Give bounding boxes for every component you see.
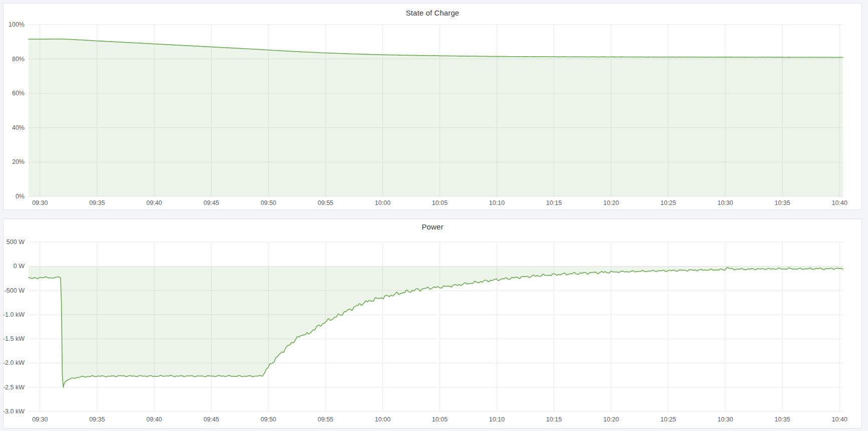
x-tick-label: 09:35 — [89, 199, 105, 206]
x-tick-label: 10:30 — [717, 416, 733, 423]
x-tick-label: 09:55 — [318, 199, 333, 206]
y-tick-label: 100% — [9, 21, 25, 28]
y-tick-label: -3.0 kW — [4, 408, 25, 415]
y-tick-label: -2.0 kW — [4, 359, 25, 366]
series-area — [29, 266, 843, 387]
x-tick-label: 09:40 — [146, 416, 162, 423]
y-tick-label: -1.5 kW — [4, 335, 25, 342]
series-area — [29, 39, 843, 196]
y-tick-label: 60% — [12, 90, 25, 97]
y-tick-label: 40% — [12, 124, 25, 131]
x-tick-label: 10:35 — [774, 416, 790, 423]
power-chart[interactable]: 500 W0 W-500 W-1.0 kW-1.5 kW-2.0 kW-2.5 … — [4, 232, 861, 429]
y-tick-label: 500 W — [7, 239, 25, 246]
y-tick-label: -2.5 kW — [4, 384, 25, 391]
x-tick-label: 10:25 — [660, 199, 676, 206]
y-tick-label: 0% — [16, 193, 25, 200]
x-tick-label: 10:15 — [546, 416, 561, 423]
x-tick-label: 10:30 — [717, 199, 733, 206]
x-tick-label: 09:35 — [89, 416, 105, 423]
power-panel: Power 500 W0 W-500 W-1.0 kW-1.5 kW-2.0 k… — [3, 219, 862, 428]
x-tick-label: 09:30 — [32, 416, 48, 423]
x-tick-label: 10:05 — [432, 199, 447, 206]
x-tick-label: 10:20 — [603, 199, 619, 206]
x-tick-label: 09:50 — [260, 416, 276, 423]
x-tick-label: 10:10 — [489, 199, 504, 206]
x-tick-label: 09:55 — [318, 416, 333, 423]
x-tick-label: 10:40 — [832, 416, 847, 423]
x-tick-label: 10:20 — [603, 416, 619, 423]
x-tick-label: 10:40 — [832, 199, 847, 206]
x-tick-label: 09:50 — [260, 199, 276, 206]
y-tick-label: -500 W — [5, 287, 25, 294]
x-tick-label: 10:00 — [375, 416, 390, 423]
x-tick-label: 10:00 — [375, 199, 390, 206]
soc-chart[interactable]: 100%80%60%40%20%0%09:3009:3509:4009:4509… — [4, 19, 861, 210]
x-tick-label: 10:25 — [660, 416, 676, 423]
x-tick-label: 09:40 — [146, 199, 162, 206]
soc-panel: State of Charge 100%80%60%40%20%0%09:300… — [3, 3, 862, 210]
x-tick-label: 09:45 — [203, 416, 219, 423]
x-tick-label: 10:35 — [774, 199, 790, 206]
x-tick-label: 09:45 — [203, 199, 219, 206]
soc-panel-title[interactable]: State of Charge — [4, 4, 861, 19]
y-tick-label: 0 W — [14, 263, 25, 270]
y-tick-label: 20% — [12, 158, 25, 165]
x-tick-label: 10:15 — [546, 199, 561, 206]
y-tick-label: -1.0 kW — [4, 311, 25, 318]
x-tick-label: 09:30 — [32, 199, 48, 206]
x-tick-label: 10:05 — [432, 416, 447, 423]
y-tick-label: 80% — [12, 56, 25, 63]
x-tick-label: 10:10 — [489, 416, 504, 423]
power-panel-title[interactable]: Power — [4, 219, 861, 232]
